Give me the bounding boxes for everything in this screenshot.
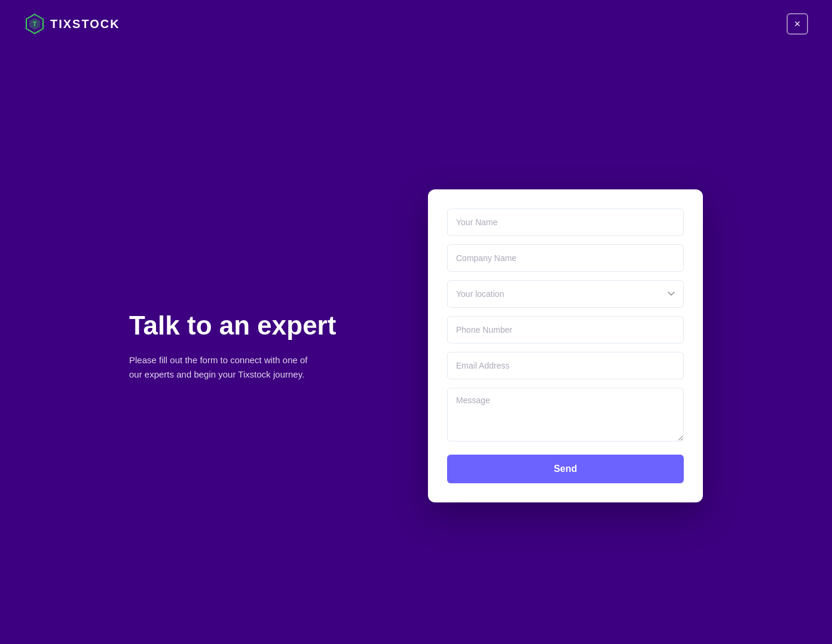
page-heading: Talk to an expert: [129, 310, 380, 342]
phone-group: [447, 316, 684, 344]
main-content: Talk to an expert Please fill out the fo…: [0, 48, 832, 644]
svg-text:T: T: [33, 20, 37, 27]
message-textarea[interactable]: [447, 388, 684, 441]
message-group: [447, 388, 684, 444]
tixstock-logo-icon: T: [24, 13, 45, 35]
send-button-label: Send: [553, 464, 577, 474]
name-group: [447, 208, 684, 236]
company-input[interactable]: [447, 244, 684, 272]
location-select[interactable]: Your location United Kingdom United Stat…: [447, 280, 684, 308]
location-group: Your location United Kingdom United Stat…: [447, 280, 684, 308]
email-input[interactable]: [447, 352, 684, 379]
close-button[interactable]: ×: [787, 13, 808, 35]
logo-text: TIXSTOCK: [50, 17, 120, 31]
header: T TIXSTOCK ×: [0, 0, 832, 48]
phone-input[interactable]: [447, 316, 684, 344]
send-button[interactable]: Send: [447, 455, 684, 483]
name-input[interactable]: [447, 208, 684, 236]
close-icon: ×: [794, 18, 801, 30]
page-description: Please fill out the form to connect with…: [129, 353, 320, 382]
logo[interactable]: T TIXSTOCK: [24, 13, 120, 35]
left-panel: Talk to an expert Please fill out the fo…: [81, 274, 428, 418]
company-group: [447, 244, 684, 272]
email-group: [447, 352, 684, 379]
contact-form-card: Your location United Kingdom United Stat…: [428, 189, 703, 502]
